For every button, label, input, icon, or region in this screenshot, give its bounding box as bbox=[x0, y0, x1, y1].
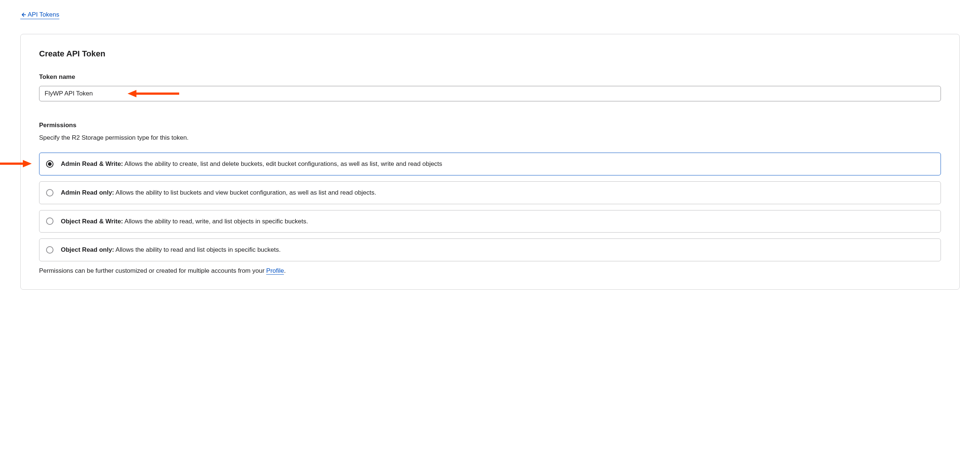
radio-icon bbox=[46, 160, 54, 168]
back-to-api-tokens-link[interactable]: API Tokens bbox=[20, 11, 59, 19]
permission-option-text: Object Read & Write: Allows the ability … bbox=[61, 217, 308, 226]
permission-option-title: Object Read & Write: bbox=[61, 218, 123, 225]
permission-option-text: Admin Read & Write: Allows the ability t… bbox=[61, 160, 442, 169]
token-name-input[interactable] bbox=[39, 86, 941, 101]
permission-option-description: Allows the ability to list buckets and v… bbox=[114, 189, 377, 196]
permissions-footer-note: Permissions can be further customized or… bbox=[39, 267, 941, 275]
permission-option-title: Admin Read & Write: bbox=[61, 160, 123, 167]
radio-icon bbox=[46, 218, 54, 225]
permissions-radio-group: Admin Read & Write: Allows the ability t… bbox=[39, 153, 941, 261]
annotation-arrow-icon bbox=[0, 159, 32, 168]
permission-option-text: Object Read only: Allows the ability to … bbox=[61, 245, 281, 254]
permission-option-0[interactable]: Admin Read & Write: Allows the ability t… bbox=[39, 153, 941, 175]
radio-icon bbox=[46, 189, 54, 196]
profile-link[interactable]: Profile bbox=[266, 267, 284, 275]
permission-option-description: Allows the ability to create, list and d… bbox=[123, 160, 442, 167]
permission-option-description: Allows the ability to read and list obje… bbox=[114, 246, 281, 253]
svg-marker-3 bbox=[23, 160, 32, 167]
permission-option-1[interactable]: Admin Read only: Allows the ability to l… bbox=[39, 181, 941, 204]
permission-option-title: Object Read only: bbox=[61, 246, 114, 253]
footer-note-prefix: Permissions can be further customized or… bbox=[39, 267, 266, 274]
create-token-card: Create API Token Token name Permissions … bbox=[20, 34, 960, 290]
token-name-label: Token name bbox=[39, 73, 941, 81]
back-link-label: API Tokens bbox=[28, 11, 59, 18]
page-title: Create API Token bbox=[39, 49, 941, 59]
radio-icon bbox=[46, 246, 54, 254]
permission-option-2[interactable]: Object Read & Write: Allows the ability … bbox=[39, 210, 941, 233]
permission-option-description: Allows the ability to read, write, and l… bbox=[123, 218, 308, 225]
arrow-left-icon bbox=[20, 12, 26, 18]
permission-option-3[interactable]: Object Read only: Allows the ability to … bbox=[39, 239, 941, 261]
permissions-subtext: Specify the R2 Storage permission type f… bbox=[39, 134, 941, 142]
footer-note-suffix: . bbox=[284, 267, 286, 274]
permission-option-title: Admin Read only: bbox=[61, 189, 114, 196]
permissions-label: Permissions bbox=[39, 122, 941, 129]
permission-option-text: Admin Read only: Allows the ability to l… bbox=[61, 188, 376, 197]
